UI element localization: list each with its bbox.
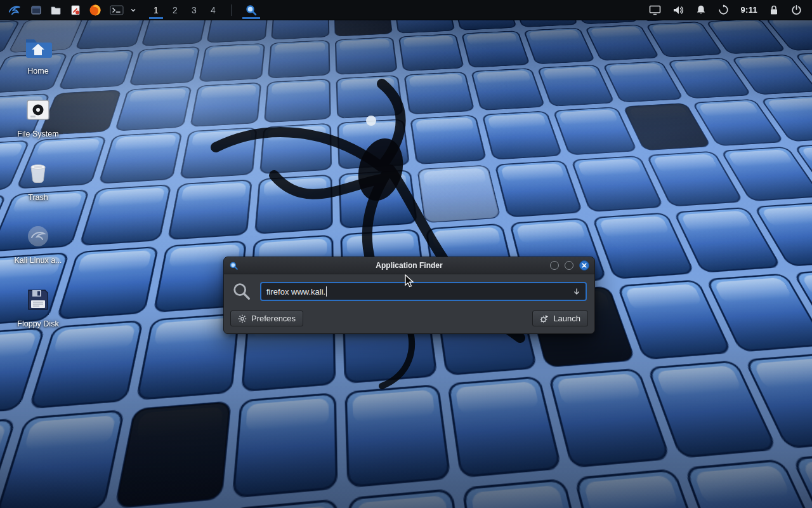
desktop-icon-floppy-disk[interactable]: Floppy Disk [8,284,69,328]
notifications-bell-icon [696,4,706,15]
firefox-icon [89,4,102,17]
desktop-icon-label: Floppy Disk [17,319,58,328]
maximize-button[interactable] [565,261,573,270]
launcher-window[interactable] [27,1,46,20]
kali-disc-icon [23,221,53,251]
text-editor-icon [70,4,81,16]
search-icon [232,281,252,302]
power-icon [791,4,802,15]
workspace-2[interactable]: 2 [166,0,185,20]
button-row: Preferences Launch [224,307,594,333]
desktop-icon-home[interactable]: Home [8,32,69,76]
launch-icon [540,314,549,323]
app-finder-icon [245,4,258,17]
launcher-terminal[interactable] [105,1,128,20]
close-button[interactable] [579,260,589,271]
history-dropdown[interactable] [573,288,580,296]
lock-icon [769,4,778,15]
home-folder-icon [23,32,53,62]
status-update-icon [718,4,729,15]
clock[interactable]: 9:11 [739,1,759,20]
workspace-switcher: 1 2 3 4 [147,0,223,20]
window-icon [30,4,42,16]
desktop[interactable]: Home File System Trash Kali L [0,20,812,508]
launcher-text-editor[interactable] [66,1,85,20]
minimize-button[interactable] [550,261,559,270]
desktop-icon-trash[interactable]: Trash [8,158,69,202]
arrow-down-icon [573,288,580,296]
window-title-icon [229,261,239,271]
floppy-disk-icon [23,284,53,315]
display-settings-tray[interactable] [648,1,662,20]
window-title: Application Finder [224,261,594,270]
system-tray: 9:11 [648,1,807,20]
terminal-icon [110,4,124,16]
titlebar[interactable]: Application Finder [224,257,594,274]
preferences-label: Preferences [251,314,296,323]
text-caret [326,286,327,297]
launch-label: Launch [553,314,580,323]
preferences-button[interactable]: Preferences [230,311,303,326]
launch-button[interactable]: Launch [532,311,588,326]
desktop-icon-list: Home File System Trash Kali L [8,32,69,328]
close-icon [582,263,587,268]
desktop-icon-label: Home [27,67,48,76]
chevron-down-icon [130,7,136,13]
panel-separator [231,4,232,16]
desktop-icon-label: Kali Linux a... [14,256,62,265]
file-manager-icon [50,4,62,16]
clock-text: 9:11 [740,5,757,15]
workspace-1[interactable]: 1 [147,0,166,20]
kali-logo-icon [8,3,22,17]
desktop-icon-label: File System [17,130,58,138]
application-finder-window: Application Finder firefox www.kali. [223,257,595,334]
taskbar-application-finder[interactable] [240,0,263,20]
search-input[interactable]: firefox www.kali. [260,282,587,301]
volume-icon [672,5,684,15]
file-system-drive-icon [23,95,53,125]
top-panel: 1 2 3 4 [0,0,812,20]
launcher-firefox[interactable] [86,1,105,20]
desktop-icon-kali-linux[interactable]: Kali Linux a... [8,221,69,265]
status-tray[interactable] [717,1,730,20]
screen-lock-tray[interactable] [768,1,780,20]
desktop-icon-file-system[interactable]: File System [8,95,69,138]
launcher-file-manager[interactable] [46,1,65,20]
workspace-3[interactable]: 3 [185,0,204,20]
kali-menu-button[interactable] [5,1,24,20]
trash-icon [23,158,53,189]
logout-button[interactable] [789,1,803,20]
search-input-value: firefox www.kali. [266,287,325,297]
volume-tray[interactable] [671,1,685,20]
launcher-group [27,1,138,20]
gear-icon [238,314,247,323]
search-row: firefox www.kali. [224,274,594,307]
window-controls [550,260,589,271]
terminal-dropdown-button[interactable] [129,1,138,20]
desktop-icon-label: Trash [28,193,48,202]
notifications-tray[interactable] [695,1,707,20]
workspace-4[interactable]: 4 [204,0,223,20]
display-icon [649,5,661,15]
